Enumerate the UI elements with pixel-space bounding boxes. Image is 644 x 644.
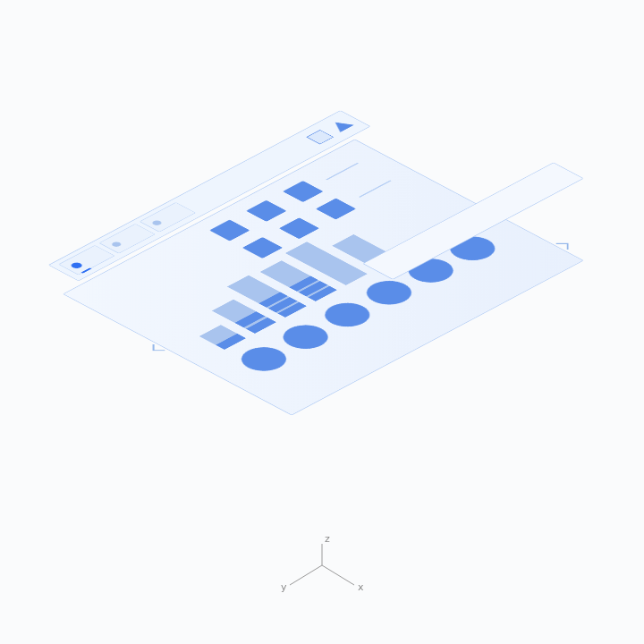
svg-line-2 [290, 565, 322, 585]
base-panel [63, 140, 584, 416]
triangle-icon[interactable] [328, 119, 354, 132]
axis-indicator: z x y [268, 538, 376, 610]
bar [199, 325, 246, 350]
circle-icon[interactable] [233, 343, 296, 376]
grid-square-icon[interactable] [246, 200, 286, 222]
circle-icon[interactable] [358, 276, 421, 309]
grid-square-icon[interactable] [209, 220, 250, 242]
bar [212, 300, 276, 334]
divider [326, 163, 359, 180]
svg-line-1 [322, 565, 354, 585]
bar [227, 275, 307, 318]
axis-x-label: x [358, 581, 364, 593]
chevron-right-icon[interactable] [556, 243, 569, 250]
axis-z-label: z [325, 533, 330, 545]
square-icon[interactable] [306, 130, 334, 144]
grid-square-icon[interactable] [283, 181, 323, 202]
circle-icon[interactable] [274, 320, 337, 353]
circle-icon[interactable] [316, 298, 379, 331]
chevron-left-icon[interactable] [153, 344, 165, 351]
axis-y-label: y [281, 581, 287, 593]
